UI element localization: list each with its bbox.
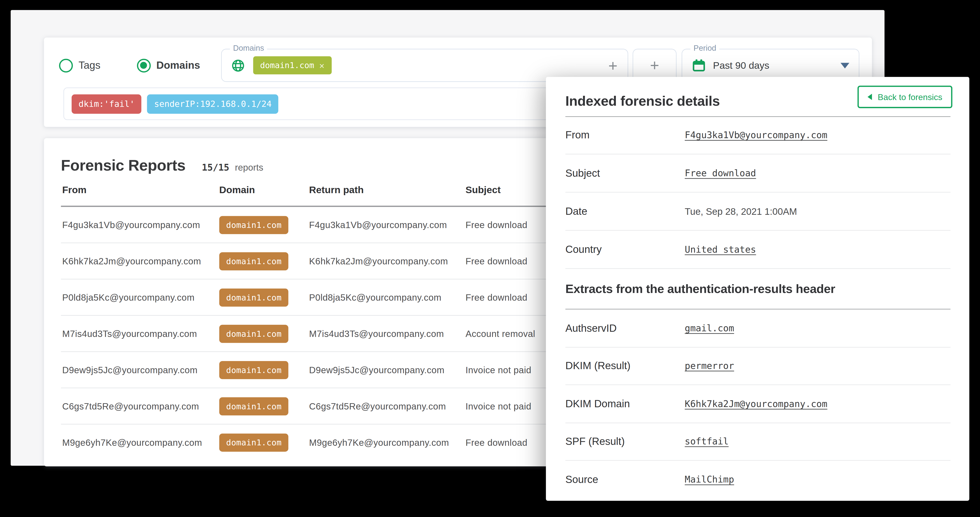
cell-subject: Invoice not paid [465, 365, 531, 375]
cell-return-path: M9ge6yh7Ke@yourcompany.com [309, 437, 449, 447]
auth-section-title: Extracts from the authentication-results… [565, 282, 835, 296]
back-button-label: Back to forensics [878, 92, 942, 102]
cell-return-path: C6gs7td5Re@yourcompany.com [309, 401, 446, 411]
cell-subject: Invoice not paid [465, 401, 531, 411]
col-header-subject: Subject [465, 184, 501, 196]
cell-subject: Free download [465, 256, 527, 266]
domain-badge: domain1.com [220, 252, 289, 270]
period-value: Past 90 days [713, 60, 769, 71]
detail-value: Tue, Sep 28, 2021 1:00AM [685, 206, 797, 217]
domain-chip[interactable]: domain1.com × [253, 56, 331, 74]
filter-chip-dkim[interactable]: dkim:'fail' [72, 94, 142, 113]
detail-label: SPF (Result) [565, 436, 625, 448]
col-header-domain: Domain [220, 184, 255, 196]
auth-section-header: Extracts from the authentication-results… [565, 269, 950, 309]
cell-return-path: M7is4ud3Ts@yourcompany.com [309, 329, 444, 338]
details-header: Indexed forensic details Back to forensi… [565, 86, 952, 117]
detail-value-link[interactable]: gmail.com [685, 323, 734, 333]
domain-badge: domain1.com [220, 216, 289, 234]
cell-domain: domain1.com [220, 216, 289, 234]
detail-row-dkim-result: DKIM (Result) permerror [565, 347, 950, 385]
cell-domain: domain1.com [220, 433, 289, 451]
triangle-left-icon [868, 94, 872, 100]
radio-tags[interactable]: Tags [59, 58, 100, 72]
detail-label: Country [565, 243, 602, 255]
detail-row-subject: Subject Free download [565, 155, 950, 193]
cell-subject: Free download [465, 292, 527, 302]
radio-tags-circle[interactable] [59, 58, 73, 72]
detail-row-country: Country United states [565, 231, 950, 269]
cell-domain: domain1.com [220, 397, 289, 415]
detail-row-dkim-domain: DKIM Domain K6hk7ka2Jm@yourcompany.com [565, 385, 950, 423]
cell-from: M9ge6yh7Ke@yourcompany.com [62, 437, 202, 447]
table-title-row: Forensic Reports 15/15 reports [61, 157, 264, 174]
add-domain-icon[interactable]: + [608, 57, 618, 73]
forensic-details-panel: Indexed forensic details Back to forensi… [546, 77, 969, 501]
radio-domains-label: Domains [156, 59, 200, 72]
cell-from: F4gu3ka1Vb@yourcompany.com [62, 220, 200, 230]
cell-from: C6gs7td5Re@yourcompany.com [62, 401, 199, 411]
plus-icon: + [650, 57, 659, 73]
detail-label: DKIM Domain [565, 398, 630, 410]
detail-value-link[interactable]: permerror [685, 361, 734, 371]
cell-return-path: D9ew9js5Jc@yourcompany.com [309, 365, 444, 375]
cell-subject: Free download [465, 437, 527, 447]
detail-value-link[interactable]: F4gu3ka1Vb@yourcompany.com [685, 130, 827, 140]
radio-domains-circle[interactable] [137, 58, 151, 72]
cell-from: P0ld8ja5Kc@yourcompany.com [62, 292, 194, 302]
cell-from: M7is4ud3Ts@yourcompany.com [62, 329, 197, 338]
cell-domain: domain1.com [220, 361, 289, 379]
detail-label: AuthservID [565, 322, 617, 334]
domain-badge: domain1.com [220, 324, 289, 343]
col-header-return-path: Return path [309, 184, 364, 196]
detail-row-source: Source MailChimp [565, 461, 950, 498]
reports-count: 15/15 [202, 163, 229, 172]
report-type-radio-group: Tags Domains [44, 49, 200, 82]
detail-value-link[interactable]: Free download [685, 168, 756, 178]
detail-label: DKIM (Result) [565, 360, 630, 372]
cell-return-path: P0ld8ja5Kc@yourcompany.com [309, 292, 442, 302]
detail-value-link[interactable]: K6hk7ka2Jm@yourcompany.com [685, 399, 827, 408]
detail-value-link[interactable]: United states [685, 244, 756, 254]
cell-domain: domain1.com [220, 252, 289, 270]
calendar-icon [692, 59, 705, 72]
detail-label: Subject [565, 167, 600, 179]
detail-row-date: Date Tue, Sep 28, 2021 1:00AM [565, 193, 950, 231]
detail-label: Source [565, 474, 598, 485]
detail-row-from: From F4gu3ka1Vb@yourcompany.com [565, 116, 950, 155]
cell-return-path: F4gu3ka1Vb@yourcompany.com [309, 220, 447, 230]
domains-field-inner: domain1.com × [222, 49, 628, 81]
detail-row-authservid: AuthservID gmail.com [565, 310, 950, 347]
radio-selected-dot [140, 62, 147, 69]
col-header-from: From [62, 184, 86, 196]
cell-from: D9ew9js5Jc@yourcompany.com [62, 365, 197, 375]
cell-from: K6hk7ka2Jm@yourcompany.com [62, 256, 201, 266]
stage: Tags Domains Domains [0, 0, 980, 517]
domain-badge: domain1.com [220, 397, 289, 415]
radio-domains[interactable]: Domains [137, 58, 200, 72]
page-title: Forensic Reports [61, 157, 186, 174]
globe-icon [231, 58, 245, 72]
cell-subject: Account removal [465, 329, 535, 338]
details-body: From F4gu3ka1Vb@yourcompany.com Subject … [565, 116, 950, 498]
detail-row-spf-result: SPF (Result) softfail [565, 423, 950, 461]
detail-label: Date [565, 205, 587, 217]
cell-return-path: K6hk7ka2Jm@yourcompany.com [309, 256, 448, 266]
filter-chip-senderip[interactable]: senderIP:192.168.0.1/24 [147, 94, 278, 113]
domain-badge: domain1.com [220, 433, 289, 451]
details-title: Indexed forensic details [565, 93, 720, 109]
chevron-down-icon[interactable] [841, 62, 850, 68]
domain-badge: domain1.com [220, 288, 289, 306]
domain-chip-remove-icon[interactable]: × [319, 61, 325, 70]
detail-value-link[interactable]: MailChimp [685, 474, 734, 484]
back-to-forensics-button[interactable]: Back to forensics [858, 86, 953, 108]
cell-subject: Free download [465, 220, 527, 230]
reports-count-label: reports [235, 163, 263, 172]
radio-tags-label: Tags [79, 59, 100, 72]
detail-value-link[interactable]: softfail [685, 437, 729, 447]
cell-domain: domain1.com [220, 324, 289, 343]
period-field-inner: Past 90 days [682, 49, 859, 81]
cell-domain: domain1.com [220, 288, 289, 306]
domain-chip-label: domain1.com [260, 61, 314, 70]
detail-label: From [565, 129, 590, 141]
